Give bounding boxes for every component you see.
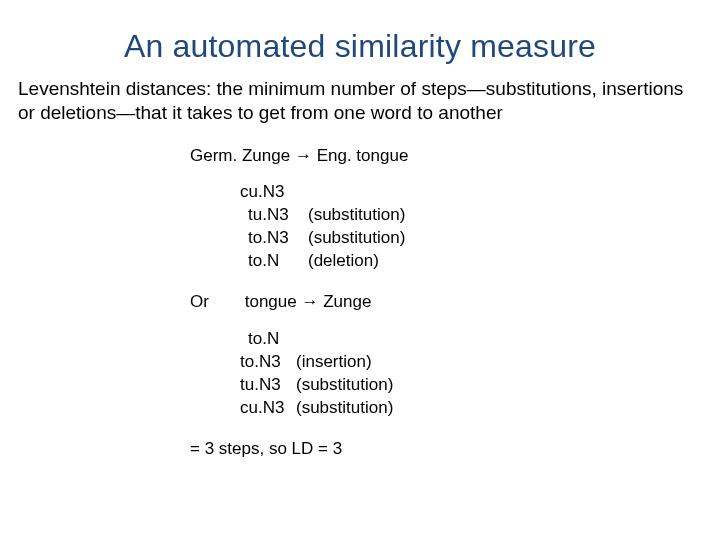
step-word: cu.N3 xyxy=(240,181,300,204)
steps-table-b: to.N to.N3(insertion) tu.N3(substitution… xyxy=(240,328,720,420)
step-word: to.N3 xyxy=(240,227,308,250)
from-lang: Germ. xyxy=(190,146,237,165)
example-block: Germ. Zunge → Eng. tongue cu.N3 tu.N3(su… xyxy=(0,145,720,461)
from-word: Zunge xyxy=(242,146,290,165)
reverse-to: Zunge xyxy=(323,292,371,311)
step-row: cu.N3 xyxy=(240,181,720,204)
reverse-from: tongue xyxy=(245,292,297,311)
arrow-icon: → xyxy=(295,146,312,165)
step-op: (substitution) xyxy=(296,398,393,417)
step-op: (substitution) xyxy=(296,375,393,394)
to-word: tongue xyxy=(356,146,408,165)
step-word: cu.N3 xyxy=(240,397,296,420)
step-word: tu.N3 xyxy=(240,204,308,227)
steps-table-a: cu.N3 tu.N3(substitution) to.N3(substitu… xyxy=(240,181,720,273)
slide-body-text: Levenshtein distances: the minimum numbe… xyxy=(0,77,720,125)
arrow-icon: → xyxy=(301,292,318,311)
to-lang: Eng. xyxy=(317,146,352,165)
step-row: to.N(deletion) xyxy=(240,250,720,273)
example-header: Germ. Zunge → Eng. tongue xyxy=(190,145,720,168)
reverse-header: Or tongue → Zunge xyxy=(190,291,720,314)
step-row: cu.N3(substitution) xyxy=(240,397,720,420)
step-op: (substitution) xyxy=(308,228,405,247)
step-word: to.N xyxy=(240,328,304,351)
conclusion: = 3 steps, so LD = 3 xyxy=(190,438,720,461)
step-row: to.N3(insertion) xyxy=(240,351,720,374)
step-word: to.N3 xyxy=(240,351,296,374)
step-op: (insertion) xyxy=(296,352,372,371)
step-op: (deletion) xyxy=(308,251,379,270)
step-row: tu.N3(substitution) xyxy=(240,374,720,397)
or-label: Or xyxy=(190,291,240,314)
step-word: tu.N3 xyxy=(240,374,296,397)
step-op: (substitution) xyxy=(308,205,405,224)
step-word: to.N xyxy=(240,250,308,273)
step-row: to.N3(substitution) xyxy=(240,227,720,250)
step-row: tu.N3(substitution) xyxy=(240,204,720,227)
slide: An automated similarity measure Levensht… xyxy=(0,0,720,540)
step-row: to.N xyxy=(240,328,720,351)
slide-title: An automated similarity measure xyxy=(0,0,720,77)
